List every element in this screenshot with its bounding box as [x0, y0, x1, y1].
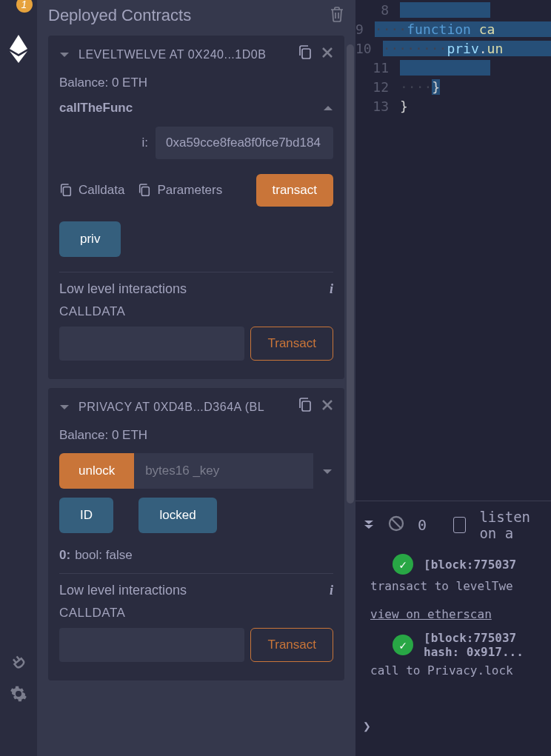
terminal-text: transact to levelTwe [370, 579, 513, 593]
line-number: 11 [355, 60, 400, 76]
notification-badge[interactable]: 1 [16, 0, 33, 13]
unlock-key-input[interactable] [134, 453, 313, 489]
terminal-text: hash: 0x917... [424, 645, 524, 659]
editor-pane: 8 9 ····function ca 10 ········priv.un 1… [355, 0, 551, 756]
expand-chevron-icon[interactable] [313, 453, 341, 489]
collapse-chevron-icon[interactable] [363, 518, 375, 533]
copy-icon[interactable] [298, 44, 313, 64]
plug-icon[interactable] [10, 651, 27, 672]
contract-card-leveltwelve: LEVELTWELVE AT 0X240...1D0B Balance: 0 E… [48, 36, 344, 379]
svg-rect-2 [142, 187, 150, 196]
locked-button[interactable]: locked [138, 498, 216, 533]
calldata-label: CALLDATA [48, 606, 344, 628]
deployed-contracts-title: Deployed Contracts [48, 6, 191, 25]
svg-rect-3 [302, 401, 310, 411]
balance-text: Balance: 0 ETH [48, 76, 344, 101]
icon-sidebar: 1 [0, 0, 37, 756]
line-number: 13 [355, 98, 400, 114]
deploy-panel: Deployed Contracts LEVELTWELVE AT 0X240.… [37, 0, 355, 756]
calldata-label: CALLDATA [48, 304, 344, 327]
terminal-prompt-chevron-icon[interactable]: ❯ [363, 718, 371, 734]
gear-icon[interactable] [10, 685, 27, 706]
chevron-down-icon[interactable] [59, 49, 70, 61]
function-name: callTheFunc [59, 101, 133, 116]
copy-icon[interactable] [298, 397, 313, 417]
svg-rect-0 [302, 49, 310, 58]
terminal-text: [block:775037 [424, 558, 516, 572]
terminal-text: call to Privacy.lock [370, 663, 513, 678]
listen-checkbox[interactable] [453, 517, 466, 533]
terminal-pane: 0 listen on a ✓ [block:775037 transact t… [355, 501, 551, 737]
info-icon[interactable]: i [330, 281, 333, 297]
calldata-input[interactable] [59, 628, 244, 662]
close-icon[interactable] [321, 399, 333, 415]
line-number: 8 [355, 2, 400, 18]
svg-rect-1 [63, 187, 70, 196]
transact-button[interactable]: transact [256, 174, 333, 207]
divider [59, 272, 333, 272]
balance-text: Balance: 0 ETH [48, 428, 344, 453]
scrollbar[interactable] [345, 0, 355, 740]
transact-outline-button[interactable]: Transact [250, 327, 333, 361]
code-editor[interactable]: 8 9 ····function ca 10 ········priv.un 1… [355, 0, 551, 116]
line-number: 10 [355, 41, 383, 56]
line-number: 12 [355, 79, 400, 95]
terminal-text: [block:775037 [424, 631, 524, 645]
priv-button[interactable]: priv [59, 221, 121, 257]
listen-label: listen on a [479, 509, 551, 541]
id-button[interactable]: ID [59, 498, 113, 533]
low-level-title: Low level interactions [59, 281, 187, 297]
close-icon[interactable] [321, 47, 333, 62]
divider [59, 573, 333, 574]
etherscan-link[interactable]: view on etherscan [370, 607, 492, 621]
trash-icon[interactable] [330, 6, 344, 25]
disable-icon[interactable] [388, 515, 404, 535]
contract-name: LEVELTWELVE AT 0X240...1D0B [79, 48, 289, 61]
contract-name: PRIVACY AT 0XD4B...D364A (BL [79, 401, 289, 414]
line-number: 9 [355, 21, 375, 37]
contract-card-privacy: PRIVACY AT 0XD4B...D364A (BL Balance: 0 … [48, 388, 344, 680]
scrollbar-thumb[interactable] [347, 44, 354, 504]
chevron-down-icon[interactable] [59, 401, 70, 413]
param-i-input[interactable] [156, 127, 333, 159]
check-circle-icon: ✓ [393, 635, 413, 655]
input-label-i: i: [142, 136, 149, 150]
check-circle-icon: ✓ [393, 554, 413, 575]
low-level-title: Low level interactions [59, 583, 187, 598]
parameters-link[interactable]: Parameters [138, 183, 222, 198]
transact-outline-button[interactable]: Transact [250, 628, 333, 662]
result-row: 0:bool: false [48, 548, 344, 573]
calldata-link[interactable]: Calldata [59, 183, 124, 198]
calldata-input[interactable] [59, 327, 244, 361]
info-icon[interactable]: i [330, 583, 333, 598]
pending-count: 0 [418, 516, 427, 534]
chevron-up-icon[interactable] [323, 101, 333, 116]
unlock-button[interactable]: unlock [59, 453, 134, 489]
ethereum-icon[interactable] [9, 35, 28, 66]
